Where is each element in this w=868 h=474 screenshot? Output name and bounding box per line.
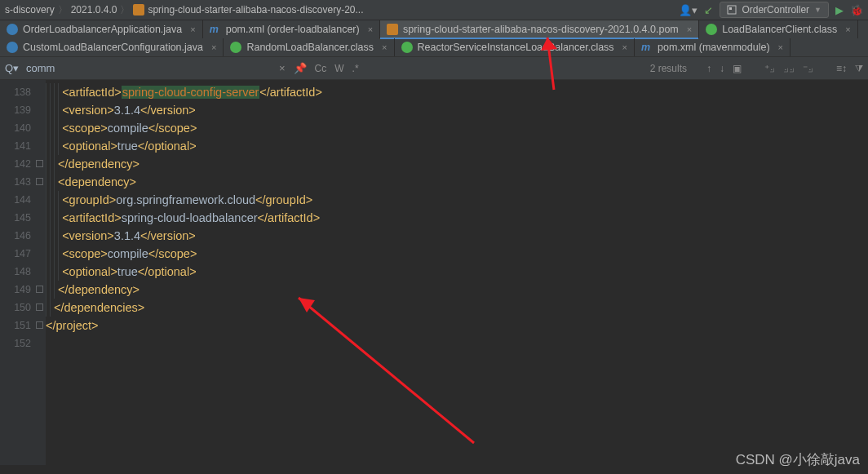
remove-selection-button[interactable]: ⁻⟓ — [803, 63, 813, 74]
code-line[interactable]: <optional>true</optional> — [46, 263, 868, 281]
tab-label: CustomLoadBalancerConfiguration.java — [23, 42, 203, 53]
breadcrumbs[interactable]: s-discovery 〉 2021.0.4.0 〉 spring-cloud-… — [5, 3, 679, 17]
class-icon — [706, 24, 717, 35]
jar-icon — [387, 24, 398, 35]
select-all-button[interactable]: ▣ — [733, 63, 742, 74]
code-line[interactable]: </dependency> — [46, 281, 868, 299]
user-icon[interactable]: 👤▾ — [679, 4, 698, 16]
tab-label: pom.xml (mavenmodule) — [658, 42, 770, 53]
close-tab-icon[interactable]: × — [382, 42, 387, 52]
next-match-button[interactable]: ↓ — [720, 63, 724, 74]
editor-tabs: OrderLoadbalancerApplication.java×mpom.x… — [0, 20, 868, 57]
code-line[interactable]: <artifactId>spring-cloud-config-server</… — [46, 83, 868, 101]
pin-icon[interactable]: 📌 — [294, 62, 307, 74]
close-tab-icon[interactable]: × — [211, 42, 216, 52]
code-area[interactable]: <artifactId>spring-cloud-config-server</… — [46, 80, 868, 465]
close-tab-icon[interactable]: × — [622, 42, 627, 52]
tab-label: RandomLoadBalancer.class — [246, 42, 374, 53]
line-number[interactable]: 142 — [0, 155, 46, 173]
config-icon — [727, 5, 737, 15]
tab-label: OrderLoadbalancerApplication.java — [23, 24, 182, 35]
editor-tab[interactable]: OrderLoadbalancerApplication.java× — [0, 20, 203, 38]
settings-icon[interactable]: ≡↕ — [836, 63, 847, 74]
line-number[interactable]: 141 — [0, 137, 46, 155]
editor-tab[interactable]: LoadBalancerClient.class× — [699, 20, 858, 38]
line-number[interactable]: 150 — [0, 299, 46, 317]
match-case-button[interactable]: Cc — [315, 63, 327, 74]
maven-icon: m — [641, 42, 653, 53]
run-config-select[interactable]: OrderController ▼ — [720, 2, 829, 18]
fold-icon[interactable] — [36, 160, 43, 167]
code-line[interactable]: <artifactId>spring-cloud-loadbalancer</a… — [46, 209, 868, 227]
run-button[interactable]: ▶ — [835, 4, 844, 16]
build-icon[interactable]: ↙ — [704, 4, 713, 16]
find-input[interactable] — [26, 62, 271, 74]
editor-tab[interactable]: mpom.xml (mavenmodule)× — [635, 38, 790, 56]
line-number[interactable]: 152 — [0, 334, 46, 352]
pom-file-icon — [133, 4, 144, 16]
run-toolbar: 👤▾ ↙ OrderController ▼ ▶ 🐞 — [679, 2, 863, 18]
top-bar: s-discovery 〉 2021.0.4.0 〉 spring-cloud-… — [0, 0, 868, 20]
code-line[interactable]: <dependency> — [46, 173, 868, 191]
line-number[interactable]: 147 — [0, 245, 46, 263]
tab-label: spring-cloud-starter-alibaba-nacos-disco… — [403, 24, 679, 35]
fold-icon[interactable] — [36, 286, 43, 293]
code-line[interactable]: <version>3.1.4</version> — [46, 227, 868, 245]
words-button[interactable]: W — [334, 63, 343, 74]
breadcrumb-seg[interactable]: s-discovery — [5, 4, 55, 16]
maven-icon: m — [210, 24, 221, 35]
gutter[interactable]: 1381391401411421431441451461471481491501… — [0, 80, 46, 465]
fold-icon[interactable] — [36, 303, 43, 311]
add-selection-button[interactable]: ⁺⟓ — [764, 63, 775, 74]
code-line[interactable]: <optional>true</optional> — [46, 137, 868, 155]
tab-label: pom.xml (order-loadbalancer) — [226, 24, 360, 35]
code-line[interactable]: <scope>compile</scope> — [46, 119, 868, 137]
fold-icon[interactable] — [36, 321, 43, 329]
editor-tab[interactable]: ReactorServiceInstanceLoadBalancer.class… — [395, 38, 636, 56]
run-config-label: OrderController — [742, 4, 809, 16]
code-line[interactable]: </dependency> — [46, 155, 868, 173]
close-tab-icon[interactable]: × — [845, 24, 850, 34]
editor-tab[interactable]: CustomLoadBalancerConfiguration.java× — [0, 38, 224, 56]
line-number[interactable]: 140 — [0, 119, 46, 137]
line-number[interactable]: 144 — [0, 191, 46, 209]
class-icon — [401, 42, 413, 53]
code-line[interactable]: </project> — [46, 317, 868, 334]
regex-button[interactable]: .* — [352, 63, 359, 74]
clear-find-icon[interactable]: × — [279, 62, 286, 74]
find-bar: Q▾ × 📌 Cc W .* 2 results ↑ ↓ ▣ ⁺⟓ ⟓⟓ ⁻⟓ … — [0, 57, 868, 80]
close-tab-icon[interactable]: × — [368, 24, 373, 34]
code-line[interactable]: <version>3.1.4</version> — [46, 101, 868, 119]
line-number[interactable]: 139 — [0, 101, 46, 119]
close-tab-icon[interactable]: × — [687, 24, 692, 34]
prev-match-button[interactable]: ↑ — [706, 63, 711, 74]
tab-label: LoadBalancerClient.class — [722, 24, 837, 35]
line-number[interactable]: 149 — [0, 281, 46, 299]
code-line[interactable] — [46, 334, 868, 352]
line-number[interactable]: 151 — [0, 317, 46, 334]
filter-icon[interactable]: ⧩ — [855, 63, 863, 74]
close-tab-icon[interactable]: × — [778, 42, 783, 52]
line-number[interactable]: 145 — [0, 209, 46, 227]
debug-button[interactable]: 🐞 — [850, 4, 863, 16]
breadcrumb-seg[interactable]: spring-cloud-starter-alibaba-nacos-disco… — [148, 4, 363, 16]
editor-tab[interactable]: mpom.xml (order-loadbalancer)× — [203, 20, 380, 38]
editor-tab[interactable]: RandomLoadBalancer.class× — [224, 38, 394, 56]
code-line[interactable]: <groupId>org.springframework.cloud</grou… — [46, 191, 868, 209]
fold-icon[interactable] — [36, 178, 43, 185]
code-line[interactable]: </dependencies> — [46, 299, 868, 317]
select-occurrences-button[interactable]: ⟓⟓ — [783, 63, 795, 74]
line-number[interactable]: 146 — [0, 227, 46, 245]
search-icon[interactable]: Q▾ — [5, 62, 18, 74]
line-number[interactable]: 138 — [0, 83, 46, 101]
find-results: 2 results — [650, 63, 687, 74]
editor-tab[interactable]: spring-cloud-starter-alibaba-nacos-disco… — [380, 20, 699, 38]
java-icon — [7, 24, 18, 35]
line-number[interactable]: 148 — [0, 263, 46, 281]
code-line[interactable]: <scope>compile</scope> — [46, 245, 868, 263]
line-number[interactable]: 143 — [0, 173, 46, 191]
close-tab-icon[interactable]: × — [190, 24, 195, 34]
class-icon — [230, 42, 241, 53]
breadcrumb-seg[interactable]: 2021.0.4.0 — [71, 4, 117, 16]
editor: 1381391401411421431441451461471481491501… — [0, 80, 868, 465]
